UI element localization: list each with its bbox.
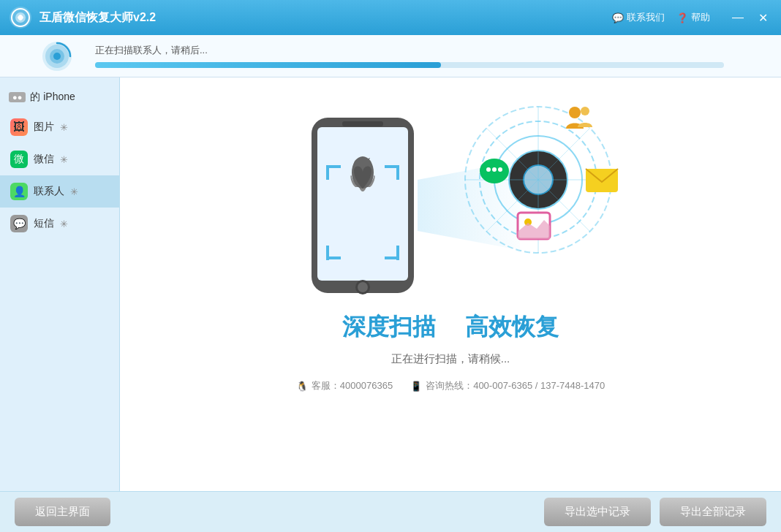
- svg-rect-16: [396, 165, 399, 180]
- title-right: 💬 联系我们 ❓ 帮助 — ✕: [612, 10, 772, 26]
- title-left: 互盾微信恢复大师v2.2: [9, 6, 156, 29]
- sms-label: 短信: [34, 217, 54, 230]
- device-label: ●● 的 iPhone: [0, 83, 119, 111]
- progress-bar-track: [95, 62, 724, 68]
- photos-icon: 🖼: [10, 118, 28, 136]
- qq-icon: 🐧: [296, 381, 308, 392]
- photos-label: 图片: [34, 121, 54, 134]
- help-button[interactable]: ❓ 帮助: [676, 11, 710, 24]
- svg-point-36: [498, 167, 502, 172]
- svg-point-34: [486, 167, 491, 172]
- contacts-label: 联系人: [34, 185, 64, 198]
- sms-spinner: ✳: [60, 218, 68, 229]
- right-buttons: 导出选中记录 导出全部记录: [544, 498, 766, 526]
- minimize-button[interactable]: —: [728, 10, 748, 26]
- svg-point-35: [492, 167, 497, 172]
- sidebar-item-contacts[interactable]: 👤 联系人 ✳: [0, 175, 119, 208]
- back-button[interactable]: 返回主界面: [15, 498, 110, 526]
- phone-illustration: [304, 114, 421, 297]
- svg-rect-18: [326, 246, 329, 260]
- question-icon: ❓: [676, 12, 688, 23]
- contacts-icon: 👤: [10, 183, 28, 200]
- close-button[interactable]: ✕: [754, 10, 772, 26]
- contact-hotline: 📱 咨询热线：400-007-6365 / 137-7448-1470: [410, 379, 605, 392]
- photos-spinner: ✳: [60, 122, 68, 133]
- slogan-left: 深度扫描: [342, 311, 436, 343]
- phone-icon: 📱: [410, 381, 422, 392]
- bottom-bar: 返回主界面 导出选中记录 导出全部记录: [0, 491, 781, 532]
- main-slogan: 深度扫描 高效恢复: [342, 311, 559, 343]
- wechat-label: 微信: [34, 153, 54, 166]
- scan-progress-bar: 正在扫描联系人，请稍后...: [0, 35, 781, 77]
- main-layout: ●● 的 iPhone 🖼 图片 ✳ 微 微信 ✳ 👤 联系人 ✳ 💬 短信 ✳: [0, 77, 781, 491]
- svg-point-11: [358, 282, 368, 292]
- progress-bar-fill: [95, 62, 441, 68]
- export-all-button[interactable]: 导出全部记录: [660, 498, 766, 526]
- radar-illustration: [458, 99, 619, 260]
- content-area: 深度扫描 高效恢复 正在进行扫描，请稍候... 🐧 客服：4000076365 …: [120, 77, 781, 491]
- contacts-spinner: ✳: [70, 186, 78, 197]
- scan-label: 正在扫描联系人，请稍后...: [95, 44, 781, 57]
- app-title: 互盾微信恢复大师v2.2: [39, 10, 156, 26]
- svg-point-32: [581, 107, 589, 115]
- slogan-right: 高效恢复: [465, 311, 559, 343]
- contact-info: 🐧 客服：4000076365 📱 咨询热线：400-007-6365 / 13…: [296, 379, 605, 392]
- contact-us-button[interactable]: 💬 联系我们: [612, 11, 665, 24]
- svg-rect-20: [396, 246, 399, 260]
- svg-point-31: [569, 107, 581, 118]
- scan-info: 正在扫描联系人，请稍后...: [95, 44, 781, 68]
- contact-service: 🐧 客服：4000076365: [296, 379, 393, 392]
- device-badge: ●●: [9, 92, 26, 102]
- sidebar-item-wechat[interactable]: 微 微信 ✳: [0, 143, 119, 175]
- wechat-icon: 微: [10, 151, 28, 168]
- sms-icon: 💬: [10, 215, 28, 232]
- scan-icon: [41, 40, 73, 72]
- svg-rect-9: [342, 121, 383, 126]
- title-bar: 互盾微信恢复大师v2.2 💬 联系我们 ❓ 帮助 — ✕: [0, 0, 781, 35]
- chat-icon: 💬: [612, 12, 624, 23]
- wechat-spinner: ✳: [60, 154, 68, 165]
- sidebar: ●● 的 iPhone 🖼 图片 ✳ 微 微信 ✳ 👤 联系人 ✳ 💬 短信 ✳: [0, 77, 120, 491]
- svg-point-6: [53, 53, 61, 60]
- window-controls: — ✕: [728, 10, 772, 26]
- sidebar-item-sms[interactable]: 💬 短信 ✳: [0, 208, 119, 240]
- illustration: [260, 99, 641, 304]
- svg-rect-14: [326, 165, 329, 180]
- export-selected-button[interactable]: 导出选中记录: [544, 498, 651, 526]
- sidebar-item-photos[interactable]: 🖼 图片 ✳: [0, 111, 119, 143]
- app-logo-icon: [9, 6, 32, 29]
- scan-status: 正在进行扫描，请稍候...: [391, 352, 510, 366]
